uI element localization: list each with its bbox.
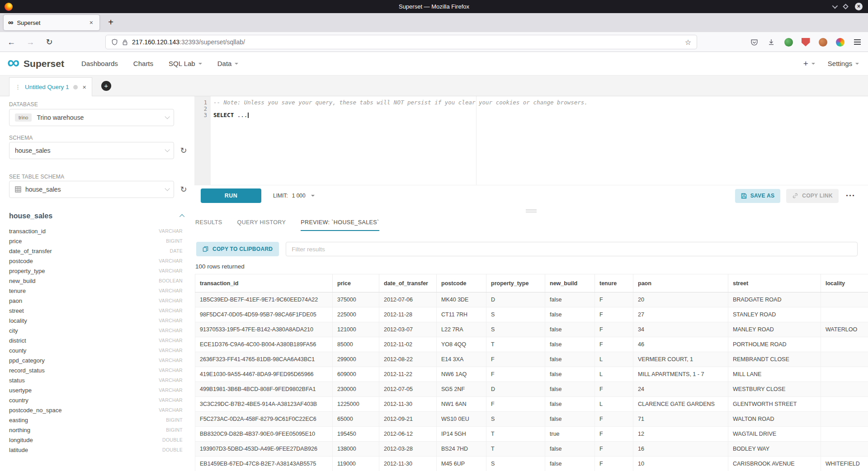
schema-column-row: countyVARCHAR — [9, 345, 185, 355]
table-cell: SG5 2NF — [437, 382, 486, 397]
save-as-button[interactable]: SAVE AS — [735, 189, 780, 203]
shield-icon[interactable] — [111, 38, 118, 46]
collapse-chevron-icon[interactable] — [179, 214, 184, 219]
table-cell: 119000 — [333, 457, 379, 471]
table-schema-header[interactable]: house_sales — [9, 212, 184, 220]
tab-query-history[interactable]: QUERY HISTORY — [237, 219, 286, 231]
column-header-street[interactable]: street — [728, 274, 821, 292]
copy-to-clipboard-button[interactable]: COPY TO CLIPBOARD — [196, 242, 279, 256]
more-options-button[interactable]: ··· — [846, 191, 855, 201]
table-cell: PORTHOLME ROAD — [728, 337, 821, 352]
pocket-icon[interactable] — [747, 35, 761, 49]
chevron-down-icon — [855, 63, 859, 65]
pane-splitter[interactable] — [194, 206, 868, 216]
sql-lab-main: DATABASE trino Trino warehouse SCHEMA ho… — [0, 96, 868, 471]
refresh-schema-icon[interactable]: ↻ — [177, 146, 190, 155]
extension-icon-2[interactable] — [798, 35, 813, 49]
refresh-table-icon[interactable]: ↻ — [177, 184, 190, 194]
url-path: :32393/superset/sqllab/ — [179, 38, 245, 46]
browser-tabstrip: ∞ Superset × + — [0, 13, 868, 32]
table-select[interactable]: house_sales — [9, 181, 174, 198]
column-header-transaction_id[interactable]: transaction_id — [195, 274, 333, 292]
tab-results[interactable]: RESULTS — [195, 219, 222, 231]
nav-item-sql-lab[interactable]: SQL Lab — [169, 60, 202, 67]
lock-icon[interactable] — [122, 39, 128, 46]
column-header-postcode[interactable]: postcode — [437, 274, 486, 292]
filter-results-input[interactable] — [286, 242, 858, 256]
browser-tab-close-icon[interactable]: × — [88, 18, 95, 27]
url-bar[interactable]: 217.160.120.143:32393/superset/sqllab/ ☆ — [105, 35, 697, 49]
schema-column-type: VARCHAR — [159, 228, 185, 234]
schema-column-name: district — [9, 337, 26, 344]
browser-tab[interactable]: ∞ Superset × — [4, 15, 99, 30]
run-button[interactable]: RUN — [201, 188, 261, 203]
browser-new-tab-button[interactable]: + — [104, 16, 118, 29]
nav-item-charts[interactable]: Charts — [133, 60, 153, 67]
column-header-paon[interactable]: paon — [633, 274, 728, 292]
column-header-new_build[interactable]: new_build — [545, 274, 595, 292]
schema-column-row: streetVARCHAR — [9, 306, 185, 316]
downloads-icon[interactable] — [764, 35, 778, 49]
query-tab-close-icon[interactable]: × — [83, 84, 86, 91]
table-cell: BB8320C9-D82B-4B37-90E0-9FEE05095E10 — [195, 427, 333, 442]
bookmark-star-icon[interactable]: ☆ — [685, 38, 691, 47]
firefox-logo-icon — [5, 3, 13, 11]
table-row: 2636F323-FF41-4765-81DB-98CAA6A43BC12990… — [195, 352, 868, 367]
schema-column-type: VARCHAR — [159, 397, 185, 403]
drag-handle-icon[interactable]: ⋮ — [15, 84, 21, 90]
header-right: + Settings — [803, 59, 861, 69]
schema-column-type: VARCHAR — [159, 348, 185, 353]
table-cell: false — [545, 457, 595, 471]
forward-button[interactable]: → — [23, 34, 38, 50]
column-header-tenure[interactable]: tenure — [595, 274, 633, 292]
limit-control[interactable]: LIMIT: 1 000 — [273, 193, 315, 199]
schema-column-name: new_build — [9, 278, 36, 284]
column-header-price[interactable]: price — [333, 274, 379, 292]
tab-preview-house-sales[interactable]: PREVIEW: `HOUSE_SALES` — [301, 219, 379, 231]
schema-column-name: ppd_category — [9, 357, 45, 364]
table-cell: false — [545, 442, 595, 457]
table-cell: F — [595, 457, 633, 471]
table-cell: F — [595, 442, 633, 457]
reload-button[interactable]: ↻ — [42, 34, 57, 50]
column-header-locality[interactable]: locality — [821, 274, 868, 292]
table-cell: 499B1981-3B6B-4BCD-808F-9FED9802BFA1 — [195, 382, 333, 397]
editor-code[interactable]: -- Note: Unless you save your query, the… — [211, 96, 868, 185]
window-minimize-button[interactable] — [832, 3, 838, 9]
new-object-button[interactable]: + — [803, 59, 815, 69]
superset-brand[interactable]: ∞ Superset — [7, 58, 64, 70]
menu-hamburger-icon[interactable] — [850, 35, 864, 49]
sql-workspace: 1 2 3 -- Note: Unless you save your quer… — [194, 96, 868, 471]
window-close-button[interactable]: × — [855, 3, 863, 10]
table-cell: 375000 — [333, 292, 379, 307]
limit-label: LIMIT: — [273, 193, 288, 199]
add-query-tab-button[interactable]: + — [101, 81, 111, 91]
schema-select[interactable]: house_sales — [9, 142, 174, 159]
table-cell: ECE1D376-C9A6-4C00-B004-A380B189FA56 — [195, 337, 333, 352]
extension-icon-4[interactable] — [833, 35, 847, 49]
database-value: Trino warehouse — [37, 114, 84, 121]
copy-link-button[interactable]: COPY LINK — [786, 189, 839, 203]
table-cell: L — [595, 397, 633, 412]
table-cell: 2012-06-12 — [379, 427, 437, 442]
back-button[interactable]: ← — [4, 34, 19, 50]
schema-column-name: property_type — [9, 268, 45, 274]
table-cell: 46 — [633, 337, 728, 352]
schema-column-row: transaction_idVARCHAR — [9, 226, 185, 236]
sql-editor[interactable]: 1 2 3 -- Note: Unless you save your quer… — [194, 96, 868, 185]
schema-column-list: transaction_idVARCHARpriceBIGINTdate_of_… — [9, 226, 185, 455]
column-header-date_of_transfer[interactable]: date_of_transfer — [379, 274, 437, 292]
database-select[interactable]: trino Trino warehouse — [9, 109, 174, 126]
query-tab-bar: ⋮ Untitled Query 1 × + — [0, 75, 868, 96]
extension-icon-3[interactable] — [816, 35, 830, 49]
window-maximize-button[interactable] — [843, 4, 849, 9]
nav-item-dashboards[interactable]: Dashboards — [81, 60, 118, 67]
nav-buttons: ← → ↻ — [4, 34, 57, 50]
table-cell: 71 — [633, 412, 728, 427]
query-tab-active[interactable]: ⋮ Untitled Query 1 × — [9, 77, 92, 96]
results-actions: COPY TO CLIPBOARD — [196, 242, 858, 256]
settings-menu[interactable]: Settings — [828, 60, 859, 67]
extension-icon-1[interactable] — [781, 35, 796, 49]
nav-item-data[interactable]: Data — [217, 60, 239, 67]
column-header-property_type[interactable]: property_type — [486, 274, 545, 292]
